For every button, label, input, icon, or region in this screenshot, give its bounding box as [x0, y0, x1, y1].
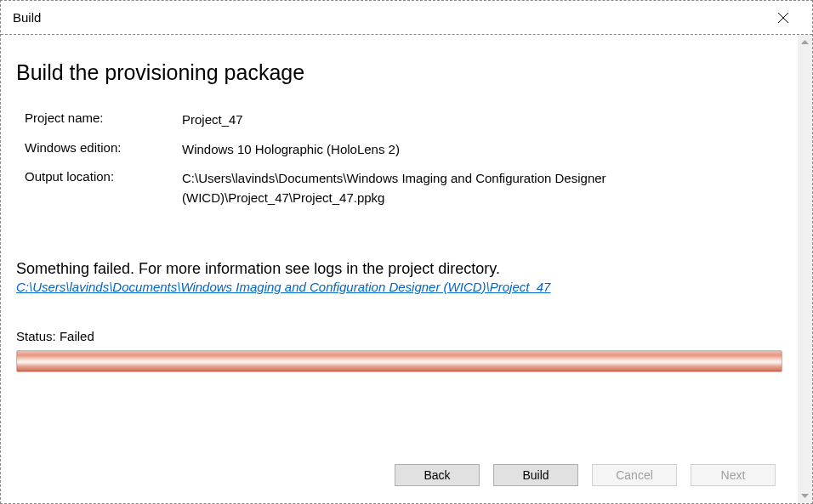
close-button[interactable] [766, 1, 800, 35]
scrollbar[interactable] [798, 35, 812, 503]
project-name-row: Project name: Project_47 [25, 110, 782, 130]
scrollbar-down-icon[interactable] [798, 489, 812, 503]
svg-marker-2 [801, 40, 809, 44]
log-directory-link[interactable]: C:\Users\lavinds\Documents\Windows Imagi… [16, 280, 550, 294]
main-content: Build the provisioning package Project n… [1, 35, 798, 503]
build-button[interactable]: Build [493, 464, 578, 486]
output-location-label: Output location: [25, 169, 182, 207]
status-value: Failed [60, 329, 94, 343]
error-message: Something failed. For more information s… [16, 260, 782, 278]
windows-edition-label: Windows edition: [25, 140, 182, 160]
svg-marker-3 [801, 494, 809, 498]
windows-edition-row: Windows edition: Windows 10 Holographic … [25, 140, 782, 160]
status-label: Status: [16, 329, 56, 343]
next-button[interactable]: Next [691, 464, 776, 486]
progress-bar [16, 350, 782, 372]
windows-edition-value: Windows 10 Holographic (HoloLens 2) [182, 140, 782, 160]
info-grid: Project name: Project_47 Windows edition… [16, 110, 782, 218]
cancel-button[interactable]: Cancel [592, 464, 677, 486]
titlebar: Build [1, 1, 812, 35]
window-title: Build [13, 10, 41, 25]
scrollbar-up-icon[interactable] [798, 35, 812, 49]
status-section: Status: Failed [16, 329, 782, 372]
project-name-label: Project name: [25, 110, 182, 130]
page-heading: Build the provisioning package [16, 60, 782, 85]
button-row: Back Build Cancel Next [16, 464, 782, 486]
content-area: Build the provisioning package Project n… [1, 35, 812, 503]
close-icon [777, 12, 789, 24]
output-location-value: C:\Users\lavinds\Documents\Windows Imagi… [182, 169, 782, 207]
back-button[interactable]: Back [395, 464, 480, 486]
project-name-value: Project_47 [182, 110, 782, 130]
dialog-window: Build Build the provisioning package Pro… [0, 0, 813, 504]
error-section: Something failed. For more information s… [16, 260, 782, 295]
status-line: Status: Failed [16, 329, 782, 343]
output-location-row: Output location: C:\Users\lavinds\Docume… [25, 169, 782, 207]
